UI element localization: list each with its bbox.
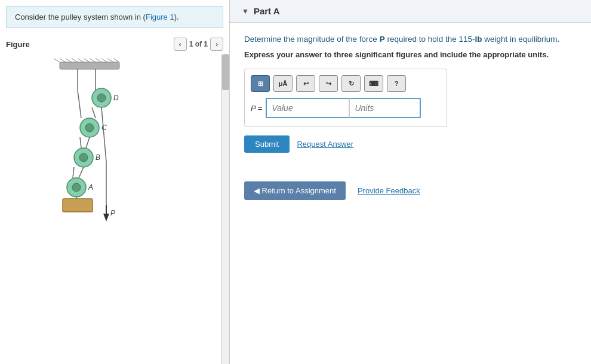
answer-box: ⊞ μÅ ↩ ↪ ↻ ⌨ ? P = bbox=[244, 69, 447, 127]
question-subtext: Express your answer to three significant… bbox=[244, 50, 577, 59]
svg-line-30 bbox=[73, 167, 74, 178]
input-row: P = bbox=[251, 98, 441, 118]
units-input[interactable] bbox=[349, 98, 421, 118]
svg-text:B: B bbox=[96, 153, 100, 162]
return-to-assignment-button[interactable]: ◀ Return to Assignment bbox=[244, 181, 346, 200]
svg-line-5 bbox=[78, 58, 84, 62]
matrix-button[interactable]: ⊞ bbox=[251, 75, 270, 92]
svg-line-3 bbox=[66, 58, 72, 62]
svg-line-31 bbox=[79, 167, 84, 178]
svg-text:P: P bbox=[110, 209, 115, 217]
svg-line-28 bbox=[80, 137, 81, 148]
part-header: ▼ Part A bbox=[230, 0, 591, 23]
redo-button[interactable]: ↪ bbox=[319, 75, 338, 92]
figure-area: Figure ‹ 1 of 1 › bbox=[0, 34, 229, 364]
svg-line-8 bbox=[96, 58, 101, 62]
svg-rect-37 bbox=[63, 199, 93, 212]
collapse-arrow-icon[interactable]: ▼ bbox=[242, 7, 249, 16]
figure-label: Figure bbox=[6, 40, 30, 49]
part-label: Part A bbox=[254, 6, 280, 16]
p-label: P = bbox=[251, 104, 262, 113]
submit-button[interactable]: Submit bbox=[244, 135, 290, 153]
prev-figure-button[interactable]: ‹ bbox=[174, 38, 187, 51]
keyboard-button[interactable]: ⌨ bbox=[364, 75, 383, 92]
svg-line-27 bbox=[78, 90, 81, 118]
figure-content: D C B A bbox=[0, 54, 229, 364]
svg-line-1 bbox=[54, 58, 60, 62]
pulley-diagram: D C B A bbox=[24, 57, 155, 230]
action-row: Submit Request Answer bbox=[244, 135, 577, 153]
svg-line-26 bbox=[92, 107, 96, 118]
right-panel: ▼ Part A Determine the magnitude of the … bbox=[230, 0, 591, 364]
svg-text:C: C bbox=[101, 124, 107, 132]
problem-statement: Consider the pulley system shown in (Fig… bbox=[6, 6, 223, 28]
svg-line-2 bbox=[60, 58, 66, 62]
svg-marker-35 bbox=[103, 214, 109, 221]
svg-text:A: A bbox=[88, 183, 93, 192]
part-content: Determine the magnitude of the force P r… bbox=[230, 23, 591, 164]
figure-link[interactable]: Figure 1 bbox=[146, 13, 174, 21]
svg-line-7 bbox=[90, 58, 96, 62]
svg-rect-0 bbox=[60, 62, 119, 69]
svg-point-24 bbox=[72, 183, 81, 192]
next-figure-button[interactable]: › bbox=[210, 38, 223, 51]
problem-text: Consider the pulley system shown in ( bbox=[15, 13, 146, 21]
bottom-row: ◀ Return to Assignment Provide Feedback bbox=[230, 169, 591, 212]
svg-point-18 bbox=[85, 124, 94, 132]
reset-button[interactable]: ↻ bbox=[341, 75, 361, 92]
svg-line-32 bbox=[101, 107, 106, 162]
svg-line-4 bbox=[72, 58, 78, 62]
svg-point-15 bbox=[97, 94, 106, 102]
svg-line-11 bbox=[113, 58, 119, 62]
svg-point-21 bbox=[79, 153, 88, 162]
figure-header: Figure ‹ 1 of 1 › bbox=[0, 34, 229, 54]
svg-line-9 bbox=[101, 58, 107, 62]
provide-feedback-button[interactable]: Provide Feedback bbox=[358, 186, 420, 195]
svg-text:D: D bbox=[113, 94, 119, 102]
request-answer-button[interactable]: Request Answer bbox=[297, 140, 353, 149]
toolbar-row: ⊞ μÅ ↩ ↪ ↻ ⌨ ? bbox=[251, 75, 441, 92]
scrollbar-thumb bbox=[222, 54, 229, 90]
symbol-button[interactable]: μÅ bbox=[273, 75, 293, 92]
left-panel: Consider the pulley system shown in (Fig… bbox=[0, 0, 230, 364]
svg-line-6 bbox=[84, 58, 90, 62]
svg-line-29 bbox=[86, 137, 90, 148]
value-input[interactable] bbox=[266, 98, 349, 118]
help-button[interactable]: ? bbox=[387, 75, 406, 92]
undo-button[interactable]: ↩ bbox=[296, 75, 315, 92]
figure-nav: ‹ 1 of 1 › bbox=[174, 38, 223, 51]
scrollbar-track[interactable] bbox=[221, 54, 229, 364]
page-count: 1 of 1 bbox=[189, 40, 208, 48]
question-text: Determine the magnitude of the force P r… bbox=[244, 33, 577, 45]
svg-line-10 bbox=[107, 58, 113, 62]
